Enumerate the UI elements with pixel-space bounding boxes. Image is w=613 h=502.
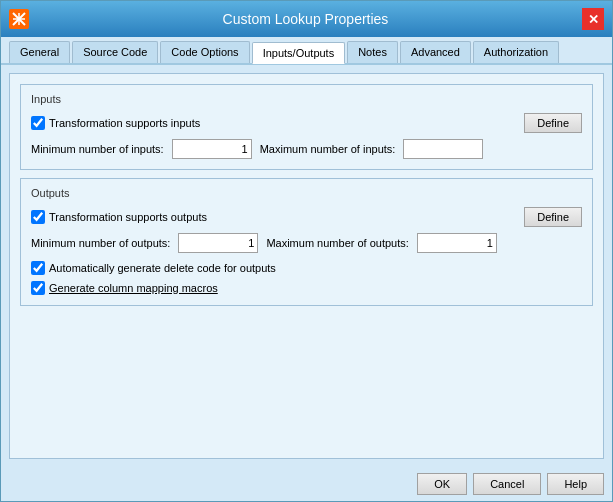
tab-general[interactable]: General xyxy=(9,41,70,63)
title-bar: Custom Lookup Properties ✕ xyxy=(1,1,612,37)
outputs-min-label: Minimum number of outputs: xyxy=(31,237,170,249)
outputs-max-label: Maximum number of outputs: xyxy=(266,237,408,249)
inputs-supports-row: Transformation supports inputs Define xyxy=(31,113,582,133)
ok-button[interactable]: OK xyxy=(417,473,467,495)
inputs-max-label: Maximum number of inputs: xyxy=(260,143,396,155)
tab-advanced[interactable]: Advanced xyxy=(400,41,471,63)
tab-authorization[interactable]: Authorization xyxy=(473,41,559,63)
inputs-section: Inputs Transformation supports inputs De… xyxy=(20,84,593,170)
bottom-bar: OK Cancel Help xyxy=(1,467,612,501)
content-area: Inputs Transformation supports inputs De… xyxy=(1,65,612,467)
inputs-min-label: Minimum number of inputs: xyxy=(31,143,164,155)
outputs-define-button[interactable]: Define xyxy=(524,207,582,227)
inputs-supports-text: Transformation supports inputs xyxy=(49,117,200,129)
window-title: Custom Lookup Properties xyxy=(29,11,582,27)
outputs-supports-checkbox[interactable] xyxy=(31,210,45,224)
auto-delete-label: Automatically generate delete code for o… xyxy=(31,261,276,275)
tab-source-code[interactable]: Source Code xyxy=(72,41,158,63)
outputs-section-title: Outputs xyxy=(31,187,582,199)
col-mapping-text: Generate column mapping macros xyxy=(49,282,218,294)
outputs-supports-label: Transformation supports outputs xyxy=(31,210,207,224)
outputs-section: Outputs Transformation supports outputs … xyxy=(20,178,593,306)
inputs-max-field[interactable] xyxy=(403,139,483,159)
tabs-row: General Source Code Code Options Inputs/… xyxy=(1,37,612,65)
outputs-min-field[interactable] xyxy=(178,233,258,253)
col-mapping-checkbox[interactable] xyxy=(31,281,45,295)
auto-delete-text: Automatically generate delete code for o… xyxy=(49,262,276,274)
inputs-min-field[interactable] xyxy=(172,139,252,159)
inputs-fields-row: Minimum number of inputs: Maximum number… xyxy=(31,139,582,159)
inputs-define-button[interactable]: Define xyxy=(524,113,582,133)
tab-inputs-outputs[interactable]: Inputs/Outputs xyxy=(252,42,346,64)
close-button[interactable]: ✕ xyxy=(582,8,604,30)
outputs-supports-row: Transformation supports outputs Define xyxy=(31,207,582,227)
col-mapping-row: Generate column mapping macros xyxy=(31,281,582,295)
cancel-button[interactable]: Cancel xyxy=(473,473,541,495)
auto-delete-checkbox[interactable] xyxy=(31,261,45,275)
col-mapping-label: Generate column mapping macros xyxy=(31,281,218,295)
help-button[interactable]: Help xyxy=(547,473,604,495)
outputs-fields-row: Minimum number of outputs: Maximum numbe… xyxy=(31,233,582,253)
inputs-supports-checkbox[interactable] xyxy=(31,116,45,130)
tab-notes[interactable]: Notes xyxy=(347,41,398,63)
inputs-supports-label: Transformation supports inputs xyxy=(31,116,200,130)
tab-code-options[interactable]: Code Options xyxy=(160,41,249,63)
main-window: Custom Lookup Properties ✕ General Sourc… xyxy=(0,0,613,502)
main-panel: Inputs Transformation supports inputs De… xyxy=(9,73,604,459)
app-icon xyxy=(9,9,29,29)
outputs-supports-text: Transformation supports outputs xyxy=(49,211,207,223)
inputs-section-title: Inputs xyxy=(31,93,582,105)
outputs-max-field[interactable] xyxy=(417,233,497,253)
auto-delete-row: Automatically generate delete code for o… xyxy=(31,261,582,275)
